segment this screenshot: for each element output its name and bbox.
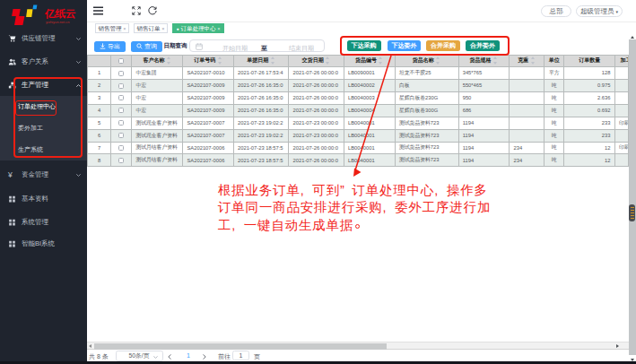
svg-text:亿纸云: 亿纸云 — [44, 8, 76, 19]
svg-text:yizhiyun.net.cn: yizhiyun.net.cn — [46, 20, 69, 24]
